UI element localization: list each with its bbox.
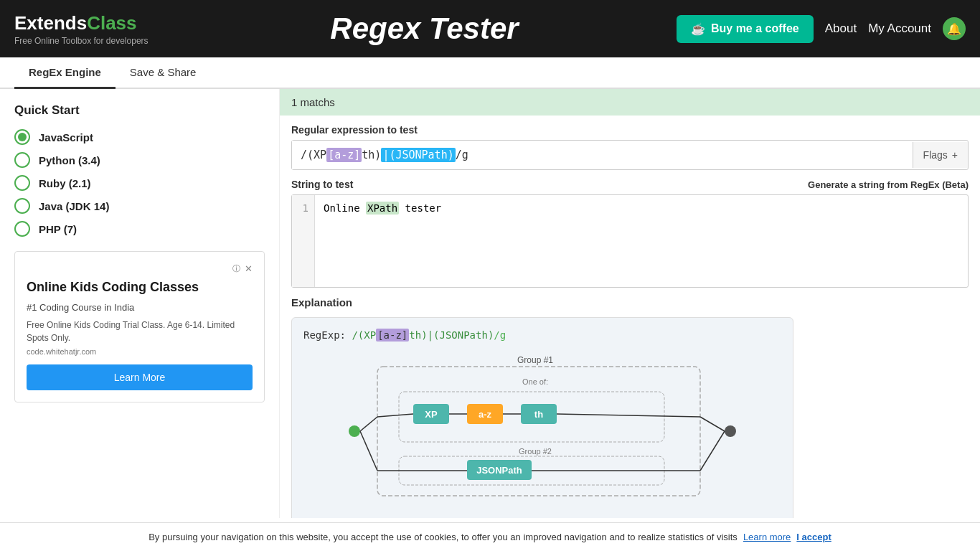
ad-header: ⓘ ✕: [27, 263, 253, 274]
my-account-link[interactable]: My Account: [868, 22, 931, 36]
radio-ruby[interactable]: [14, 175, 30, 191]
radio-php[interactable]: [14, 221, 30, 237]
string-section-label: String to test: [291, 179, 353, 190]
logo-subtitle: Free Online Toolbox for developers: [14, 36, 172, 46]
diagram-regexp-label: RegExp:: [303, 329, 352, 341]
engine-php[interactable]: PHP (7): [14, 221, 265, 237]
svg-rect-0: [377, 367, 700, 496]
match-banner: 1 matchs: [280, 89, 980, 116]
regex-diagram: RegExp: /(XP[a-z]th)|(JSONPath)/g Group …: [291, 317, 793, 518]
flags-label: Flags: [923, 149, 948, 161]
ad-panel: ⓘ ✕ Online Kids Coding Classes #1 Coding…: [14, 251, 265, 402]
logo-area: ExtendsClass Free Online Toolbox for dev…: [14, 12, 172, 46]
engine-ruby[interactable]: Ruby (2.1): [14, 175, 265, 191]
group2-label: Group #2: [519, 447, 552, 456]
diagram-header: RegExp: /(XP[a-z]th)|(JSONPath)/g: [303, 329, 781, 341]
group1-label: Group #1: [517, 355, 553, 365]
main-content: Quick Start JavaScript Python (3.4) Ruby…: [0, 89, 980, 518]
regex-highlight-jsonpath: |(JSONPath): [381, 148, 455, 162]
notification-icon[interactable]: 🔔: [943, 17, 966, 40]
az-label: a-z: [479, 409, 492, 420]
oneof-label: One of:: [522, 377, 548, 386]
engine-javascript[interactable]: JavaScript: [14, 129, 265, 145]
about-link[interactable]: About: [825, 22, 857, 36]
regex-slash-close: /g: [456, 149, 468, 161]
engine-java[interactable]: Java (JDK 14): [14, 198, 265, 214]
logo-class: Class: [87, 12, 136, 34]
flags-button[interactable]: Flags +: [913, 142, 968, 168]
regex-th: th): [362, 149, 381, 161]
test-string-content[interactable]: Online XPath tester: [315, 195, 968, 287]
ad-subtitle: #1 Coding Course in India: [27, 302, 253, 313]
xp-label: XP: [425, 409, 438, 420]
engine-options: JavaScript Python (3.4) Ruby (2.1) Java …: [14, 129, 265, 237]
diagram-flags: /g: [494, 329, 506, 341]
test-text-tester: tester: [399, 202, 441, 214]
engine-php-label: PHP (7): [39, 223, 77, 235]
regex-input-row: /(XP[a-z]th)|(JSONPath)/g Flags +: [291, 140, 969, 170]
page-title: Regex Tester: [194, 11, 655, 46]
test-text-online: Online: [324, 202, 366, 214]
flags-plus: +: [952, 149, 958, 161]
exit-dot: [725, 425, 736, 437]
svg-line-4: [360, 431, 377, 471]
engine-javascript-label: JavaScript: [39, 131, 93, 143]
engine-ruby-label: Ruby (2.1): [39, 177, 91, 189]
sidebar: Quick Start JavaScript Python (3.4) Ruby…: [0, 89, 280, 518]
line-numbers: 1: [292, 195, 315, 287]
generate-link[interactable]: Generate a string from RegEx (Beta): [808, 179, 969, 190]
engine-python-label: Python (3.4): [39, 154, 100, 166]
svg-line-9: [557, 414, 700, 417]
svg-line-5: [700, 417, 725, 431]
ad-cta-button[interactable]: Learn More: [27, 364, 253, 390]
ad-url: code.whitehatjr.com: [27, 347, 253, 356]
header: ExtendsClass Free Online Toolbox for dev…: [0, 0, 980, 57]
header-right: ☕ Buy me a coffee About My Account 🔔: [677, 15, 966, 43]
diagram-th-value: th)|(JSONPath): [409, 329, 494, 341]
radio-java[interactable]: [14, 198, 30, 214]
engine-java-label: Java (JDK 14): [39, 200, 109, 212]
buy-coffee-label: Buy me a coffee: [711, 22, 799, 35]
logo-extends: Extends: [14, 12, 87, 34]
quick-start-title: Quick Start: [14, 103, 265, 118]
diagram-regexp-value: /(XP: [352, 329, 376, 341]
diagram-svg: Group #1 One of: Group #2: [303, 352, 781, 510]
string-test-area[interactable]: 1 Online XPath tester: [291, 194, 969, 288]
entry-dot: [349, 425, 360, 437]
ad-title: Online Kids Coding Classes: [27, 280, 253, 295]
coffee-icon: ☕: [691, 22, 705, 36]
string-test-header: String to test Generate a string from Re…: [280, 170, 980, 194]
regex-slash-open: /(XP: [301, 149, 326, 161]
right-panel: 1 matchs Regular expression to test /(XP…: [280, 89, 980, 518]
tabs: RegEx Engine Save & Share: [0, 57, 980, 89]
engine-python[interactable]: Python (3.4): [14, 152, 265, 168]
tab-regex-engine[interactable]: RegEx Engine: [14, 57, 116, 89]
svg-line-3: [360, 417, 377, 431]
regex-display[interactable]: /(XP[a-z]th)|(JSONPath)/g: [292, 141, 913, 169]
test-match-xpath: XPath: [366, 202, 399, 215]
radio-javascript[interactable]: [14, 129, 30, 145]
svg-line-10: [377, 414, 413, 417]
ad-close-button[interactable]: ✕: [245, 263, 253, 274]
tab-save-share[interactable]: Save & Share: [116, 57, 211, 89]
radio-python[interactable]: [14, 152, 30, 168]
ad-tag: ⓘ: [232, 263, 240, 274]
th-label: th: [534, 409, 543, 420]
diagram-az-highlight: [a-z]: [376, 329, 409, 342]
logo: ExtendsClass: [14, 12, 172, 34]
regex-section-label: Regular expression to test: [280, 116, 980, 140]
explanation-section: Explanation RegExp: /(XP[a-z]th)|(JSONPa…: [280, 288, 980, 518]
regex-highlight-az: [a-z]: [326, 148, 362, 162]
jsonpath-label: JSONPath: [476, 465, 522, 476]
svg-line-6: [700, 431, 725, 471]
buy-coffee-button[interactable]: ☕ Buy me a coffee: [677, 15, 814, 43]
explanation-title: Explanation: [291, 296, 969, 309]
ad-description: Free Online Kids Coding Trial Class. Age…: [27, 319, 253, 344]
